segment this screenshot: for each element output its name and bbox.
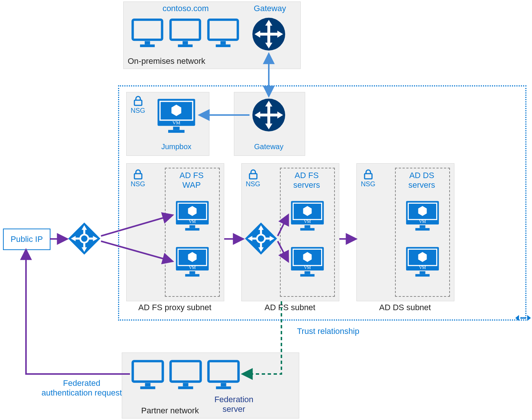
svg-marker-17 <box>527 315 531 321</box>
svg-rect-41 <box>185 228 199 231</box>
svg-rect-40 <box>189 225 195 228</box>
svg-text:VM: VM <box>304 265 311 270</box>
svg-rect-21 <box>134 100 142 105</box>
adfs-title: AD FS servers <box>280 171 333 190</box>
onprem-title: On-premises network <box>128 56 213 66</box>
svg-rect-83 <box>88 237 94 239</box>
svg-text:VM: VM <box>189 219 196 224</box>
svg-rect-4 <box>183 41 188 45</box>
nsg-icon: NSG <box>361 169 375 188</box>
svg-rect-1 <box>145 41 150 45</box>
wap-title: AD FS WAP <box>165 171 218 190</box>
adfs-caption: AD FS subnet <box>241 303 339 312</box>
azure-gateway-label: Gateway <box>251 142 287 151</box>
svg-rect-0 <box>133 20 162 40</box>
svg-rect-26 <box>173 127 180 130</box>
wap-caption: AD FS proxy subnet <box>126 303 223 312</box>
svg-rect-60 <box>300 274 314 277</box>
adds-title: AD DS servers <box>395 171 448 190</box>
svg-rect-94 <box>133 361 163 381</box>
svg-rect-99 <box>178 386 193 389</box>
svg-rect-67 <box>415 228 430 231</box>
vm-icon: VM <box>290 245 325 280</box>
svg-rect-96 <box>140 386 155 389</box>
svg-rect-93 <box>265 237 270 239</box>
svg-rect-34 <box>260 114 278 117</box>
gateway-icon <box>251 16 287 52</box>
fed-request-label: Federated authentication request <box>33 378 130 398</box>
svg-rect-101 <box>221 383 226 386</box>
vm-icon: VM <box>174 245 210 280</box>
monitor-icon <box>131 358 165 393</box>
gateway-icon <box>251 97 287 133</box>
vm-icon: VM <box>290 199 325 234</box>
nsg-icon: NSG <box>131 96 145 115</box>
svg-text:VM: VM <box>304 219 311 224</box>
svg-rect-97 <box>171 361 201 381</box>
monitor-icon <box>169 358 203 393</box>
svg-rect-48 <box>249 174 257 179</box>
nsg-label: NSG <box>246 180 260 188</box>
nsg-label: NSG <box>131 180 145 188</box>
svg-rect-27 <box>168 130 185 133</box>
monitor-icon <box>206 17 240 50</box>
nsg-icon: NSG <box>131 169 145 188</box>
svg-rect-82 <box>75 237 80 239</box>
load-balancer-icon <box>68 222 101 255</box>
jumpbox-label: Jumpbox <box>156 142 197 151</box>
svg-marker-16 <box>515 315 519 321</box>
svg-rect-6 <box>208 20 238 40</box>
svg-rect-80 <box>83 229 85 234</box>
trust-label: Trust relationship <box>297 327 379 336</box>
svg-rect-98 <box>183 383 189 386</box>
svg-rect-66 <box>420 225 425 228</box>
svg-rect-15 <box>260 33 278 36</box>
nsg-label: NSG <box>361 180 375 188</box>
vnet-expand-icon <box>515 312 531 324</box>
svg-rect-90 <box>260 229 262 234</box>
svg-rect-92 <box>252 237 257 239</box>
nsg-icon: NSG <box>246 169 260 188</box>
svg-rect-5 <box>178 45 193 47</box>
svg-rect-95 <box>145 383 151 386</box>
public-ip-label: Public IP <box>11 234 43 244</box>
monitor-icon <box>169 17 202 50</box>
svg-point-19 <box>522 317 524 319</box>
svg-rect-100 <box>209 361 239 381</box>
onprem-domain: contoso.com <box>160 4 212 13</box>
svg-point-18 <box>520 317 522 319</box>
svg-text:VM: VM <box>419 219 426 224</box>
monitor-icon <box>206 358 241 393</box>
svg-rect-35 <box>134 174 142 179</box>
vm-icon: VM <box>405 245 440 280</box>
nsg-label: NSG <box>131 107 145 115</box>
vm-icon: VM <box>405 199 440 234</box>
svg-rect-47 <box>185 274 199 277</box>
monitor-icon <box>131 17 164 50</box>
svg-rect-8 <box>216 45 231 47</box>
svg-rect-54 <box>300 228 314 231</box>
svg-text:VM: VM <box>189 265 196 270</box>
vm-icon: VM <box>174 199 210 234</box>
onprem-gateway-label: Gateway <box>249 4 290 13</box>
svg-text:VM: VM <box>172 120 180 125</box>
fed-server-label: Federation server <box>200 395 267 414</box>
svg-rect-59 <box>304 271 310 274</box>
load-balancer-icon <box>244 222 278 255</box>
svg-rect-7 <box>221 41 226 45</box>
vm-icon: VM <box>156 96 197 137</box>
adds-caption: AD DS subnet <box>356 303 454 312</box>
public-ip-box: Public IP <box>3 229 50 250</box>
svg-rect-102 <box>216 386 231 389</box>
svg-rect-53 <box>304 225 310 228</box>
svg-rect-72 <box>420 271 425 274</box>
svg-rect-91 <box>260 243 262 248</box>
svg-rect-73 <box>415 274 430 277</box>
svg-text:VM: VM <box>419 265 426 270</box>
svg-rect-61 <box>365 174 372 179</box>
svg-rect-81 <box>83 243 85 248</box>
svg-rect-3 <box>170 20 200 40</box>
svg-point-20 <box>524 317 526 319</box>
svg-rect-2 <box>140 45 155 47</box>
svg-rect-46 <box>189 271 195 274</box>
